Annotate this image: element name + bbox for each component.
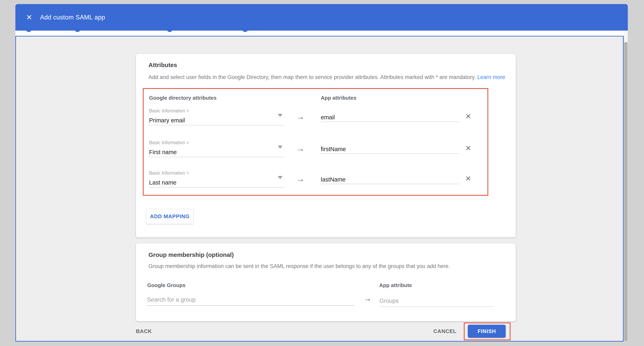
mapping-category-label: Basic Information > [149,170,189,176]
finish-button[interactable]: FINISH [468,325,506,338]
attributes-description-text: Add and select user fields in the Google… [148,74,477,80]
chevron-down-icon [278,146,282,149]
scrollbar-thumb[interactable] [624,42,628,342]
attributes-card-description: Add and select user fields in the Google… [148,74,505,80]
group-membership-card: Group membership (optional) Group member… [136,243,516,321]
group-search-input[interactable] [147,294,354,306]
dialog-title: Add custom SAML app [40,14,105,21]
learn-more-link[interactable]: Learn more [477,74,505,80]
arrow-right-icon: → [364,294,372,303]
back-button[interactable]: BACK [136,328,166,334]
remove-mapping-icon[interactable]: ✕ [465,175,471,183]
directory-attribute-select[interactable]: Primary email [149,117,185,124]
group-card-description: Group membership information can be sent… [148,263,450,269]
app-attribute-input[interactable] [321,113,459,122]
attributes-card: Attributes Add and select user fields in… [136,54,516,237]
directory-attribute-select[interactable]: First name [149,149,177,155]
chevron-down-icon [278,114,282,117]
select-underline [149,157,284,157]
add-mapping-button[interactable]: ADD MAPPING [146,209,194,224]
arrow-right-icon: → [296,175,304,184]
directory-attribute-select[interactable]: Last name [149,179,176,186]
chevron-down-icon [278,176,282,179]
dialog-header: ✕ Add custom SAML app [15,4,628,31]
select-underline [149,187,284,188]
column-header-app-attribute: App attribute [379,282,412,288]
mapping-category-label: Basic Information > [149,108,189,114]
remove-mapping-icon[interactable]: ✕ [465,144,471,152]
group-card-title: Group membership (optional) [148,251,234,258]
attributes-card-title: Attributes [148,62,177,68]
column-header-google-groups: Google Groups [147,282,186,288]
arrow-right-icon: → [296,112,304,121]
cancel-button[interactable]: CANCEL [431,328,459,334]
header-gap-strip [15,31,628,36]
mapping-category-label: Basic Information > [149,140,189,145]
groups-attribute-input[interactable] [380,295,494,307]
column-header-google-directory-attributes: Google directory attributes [149,95,216,101]
select-underline [149,125,284,125]
remove-mapping-icon[interactable]: ✕ [465,112,471,121]
arrow-right-icon: → [296,144,304,153]
app-attribute-input[interactable] [321,175,459,184]
close-icon[interactable]: ✕ [25,14,33,21]
column-header-app-attributes: App attributes [321,95,356,101]
app-attribute-input[interactable] [321,145,459,154]
